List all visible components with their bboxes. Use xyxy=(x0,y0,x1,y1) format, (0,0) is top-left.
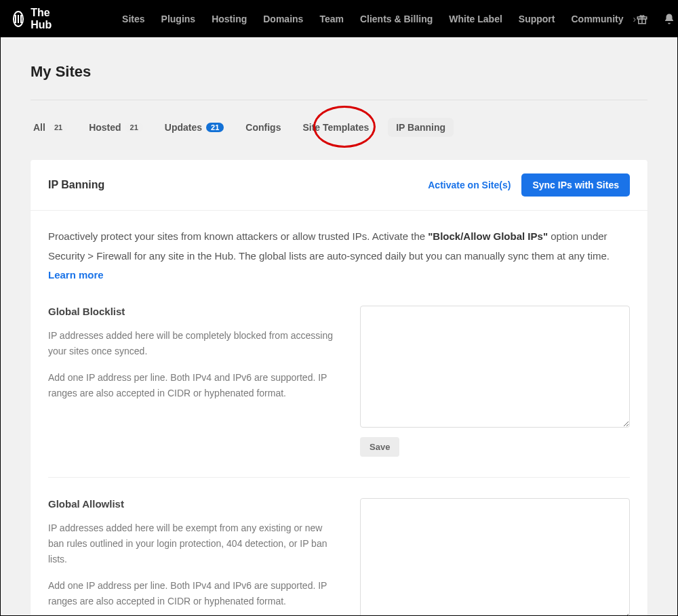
tab-hosted-label: Hosted xyxy=(89,122,121,133)
blocklist-info: Global Blocklist IP addresses added here… xyxy=(48,306,340,412)
tab-templates-label: Site Templates xyxy=(302,122,369,133)
tab-configs-label: Configs xyxy=(245,122,281,133)
page: My Sites All 21 Hosted 21 Updates 21 Con… xyxy=(1,63,677,616)
tabs-row: All 21 Hosted 21 Updates 21 Configs Site… xyxy=(31,114,647,141)
brand-logo[interactable]: The Hub xyxy=(13,7,57,31)
nav-sites[interactable]: Sites xyxy=(122,14,144,24)
tab-updates-count: 21 xyxy=(206,123,224,132)
tab-all-count: 21 xyxy=(49,123,67,132)
tab-hosted[interactable]: Hosted 21 xyxy=(86,118,146,137)
nav-domains[interactable]: Domains xyxy=(263,14,303,24)
nav-team[interactable]: Team xyxy=(319,14,344,24)
nav-hosting[interactable]: Hosting xyxy=(212,14,247,24)
blocklist-p2: Add one IP address per line. Both IPv4 a… xyxy=(48,370,340,401)
allowlist-section: Global Allowlist IP addresses added here… xyxy=(48,498,630,617)
tab-hosted-count: 21 xyxy=(125,123,143,132)
page-title: My Sites xyxy=(31,63,647,100)
card-body: Proactively protect your sites from know… xyxy=(31,211,647,616)
ip-banning-card: IP Banning Activate on Site(s) Sync IPs … xyxy=(31,160,647,616)
allowlist-p1: IP addresses added here will be exempt f… xyxy=(48,520,340,567)
nav-support[interactable]: Support xyxy=(519,14,555,24)
allowlist-controls: Save xyxy=(360,498,630,617)
blocklist-section: Global Blocklist IP addresses added here… xyxy=(48,306,630,478)
nav-clients[interactable]: Clients & Billing xyxy=(360,14,433,24)
tab-updates-label: Updates xyxy=(165,122,202,133)
tab-ip-banning-label: IP Banning xyxy=(396,122,445,133)
nav-plugins[interactable]: Plugins xyxy=(161,14,196,24)
topbar: The Hub Sites Plugins Hosting Domains Te… xyxy=(1,1,677,37)
allowlist-title: Global Allowlist xyxy=(48,498,340,510)
tab-ip-banning[interactable]: IP Banning xyxy=(388,118,454,137)
tab-templates[interactable]: Site Templates xyxy=(300,118,372,137)
blocklist-title: Global Blocklist xyxy=(48,306,340,317)
gift-icon[interactable] xyxy=(636,13,648,25)
intro-pre: Proactively protect your sites from know… xyxy=(48,230,428,242)
tab-configs[interactable]: Configs xyxy=(243,118,283,137)
intro-bold: "Block/Allow Global IPs" xyxy=(428,230,548,242)
card-actions: Activate on Site(s) Sync IPs with Sites xyxy=(428,173,630,197)
logo-icon xyxy=(13,11,24,27)
allowlist-textarea[interactable] xyxy=(360,498,630,617)
blocklist-p1: IP addresses added here will be complete… xyxy=(48,328,340,359)
sync-ips-button[interactable]: Sync IPs with Sites xyxy=(521,173,630,197)
brand-name: The Hub xyxy=(31,7,57,31)
tab-all[interactable]: All 21 xyxy=(31,118,70,137)
top-nav: Sites Plugins Hosting Domains Team Clien… xyxy=(122,14,636,24)
allowlist-p2: Add one IP address per line. Both IPv4 a… xyxy=(48,578,340,609)
blocklist-textarea[interactable] xyxy=(360,306,630,428)
card-header: IP Banning Activate on Site(s) Sync IPs … xyxy=(31,160,647,211)
activate-on-sites-button[interactable]: Activate on Site(s) xyxy=(428,180,511,190)
blocklist-save-button[interactable]: Save xyxy=(360,437,399,457)
nav-community[interactable]: Community xyxy=(571,14,623,24)
card-title: IP Banning xyxy=(48,179,104,191)
blocklist-controls: Save xyxy=(360,306,630,457)
nav-whitelabel[interactable]: White Label xyxy=(449,14,502,24)
bell-icon[interactable] xyxy=(663,13,675,25)
top-actions xyxy=(636,9,678,28)
learn-more-link[interactable]: Learn more xyxy=(48,269,104,281)
allowlist-info: Global Allowlist IP addresses added here… xyxy=(48,498,340,617)
card-intro: Proactively protect your sites from know… xyxy=(48,227,630,285)
tab-all-label: All xyxy=(33,122,45,133)
tab-updates[interactable]: Updates 21 xyxy=(162,118,226,137)
